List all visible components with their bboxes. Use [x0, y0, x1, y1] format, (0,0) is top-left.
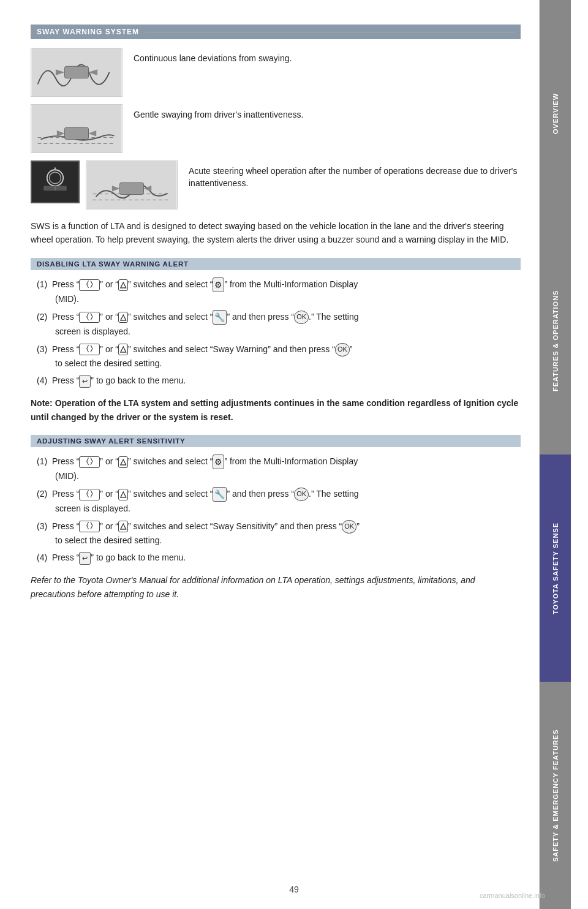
ok-icon-a3: OK: [342, 520, 356, 534]
step-d3-sub: to select the desired setting.: [37, 356, 521, 370]
page-number: 49: [289, 884, 299, 894]
lr-arrows-icon-3: 〈〉: [79, 344, 100, 355]
page-container: SWAY WARNING SYSTEM Continuous lane dev: [0, 0, 588, 909]
lr-arrows-icon: 〈〉: [79, 279, 100, 291]
sidebar-tab-overview: OVERVIEW: [540, 0, 571, 227]
step-d2: (2) Press “〈〉” or “△” switches and selec…: [31, 310, 521, 339]
step-d1: (1) Press “〈〉” or “△” switches and selec…: [31, 277, 521, 306]
step-a4: (4) Press “↩” to go back to the menu.: [31, 551, 521, 565]
up-arrows-icon-a3: △: [118, 521, 128, 532]
lr-arrows-icon-a2: 〈〉: [79, 489, 100, 500]
sway-icon-1: [31, 48, 123, 97]
gear-icon-a1: ⚙: [213, 455, 224, 469]
back-icon: ↩: [79, 375, 91, 388]
ok-icon: OK: [294, 311, 309, 324]
step-a2-sub: screen is displayed.: [37, 502, 521, 515]
lr-arrows-icon-a1: 〈〉: [79, 456, 100, 468]
step-d4: (4) Press “↩” to go back to the menu.: [31, 374, 521, 388]
step-d1-sub: (MID).: [37, 292, 521, 306]
up-arrows-icon-2: △: [118, 312, 128, 323]
step-d2-sub: screen is displayed.: [37, 325, 521, 338]
sway-text-3: Acute steering wheel operation after the…: [189, 160, 521, 189]
svg-rect-7: [65, 127, 89, 140]
right-sidebar: OVERVIEW FEATURES & OPERATIONS TOYOTA SA…: [539, 0, 571, 909]
lr-arrows-icon-2: 〈〉: [79, 312, 100, 323]
sway-icon-2: [31, 104, 123, 153]
sidebar-tab-toyota: TOYOTA SAFETY SENSE: [540, 455, 571, 682]
gear-icon: ⚙: [213, 277, 224, 292]
sway-images-section: Continuous lane deviations from swaying.: [31, 48, 521, 209]
watermark: carmanualsonline.info: [480, 892, 545, 899]
up-arrows-icon-a1: △: [118, 456, 128, 468]
step-a3-sub: to select the desired setting.: [37, 534, 521, 547]
up-arrows-icon: △: [118, 279, 128, 291]
disabling-header: DISABLING LTA SWAY WARNING ALERT: [31, 258, 521, 270]
sway-text-1: Continuous lane deviations from swaying.: [134, 48, 292, 65]
adjusting-header: ADJUSTING SWAY ALERT SENSITIVITY: [31, 435, 521, 447]
sidebar-tab-features: FEATURES & OPERATIONS: [540, 227, 571, 455]
sway-icon-3: [86, 160, 178, 209]
lr-arrows-icon-a3: 〈〉: [79, 521, 100, 532]
step-a2: (2) Press “〈〉” or “△” switches and selec…: [31, 487, 521, 516]
sway-warning-header: SWAY WARNING SYSTEM: [31, 25, 521, 39]
up-arrows-icon-3: △: [118, 344, 128, 355]
ok-icon-2: OK: [335, 343, 350, 356]
note-box: Note: Operation of the LTA system and se…: [31, 396, 521, 424]
svg-rect-19: [120, 183, 144, 195]
main-content: SWAY WARNING SYSTEM Continuous lane dev: [0, 0, 539, 909]
sway-icon-small-black: [31, 160, 80, 203]
step-a1: (1) Press “〈〉” or “△” switches and selec…: [31, 455, 521, 483]
disabling-steps: (1) Press “〈〉” or “△” switches and selec…: [31, 277, 521, 388]
sidebar-tab-emergency: SAFETY & EMERGENCY FEATURES: [540, 682, 571, 909]
step-a1-sub: (MID).: [37, 469, 521, 483]
adjusting-steps: (1) Press “〈〉” or “△” switches and selec…: [31, 455, 521, 565]
sway-row-1: Continuous lane deviations from swaying.: [31, 48, 521, 97]
sway-row-2: Gentle swaying from driver's inattentive…: [31, 104, 521, 153]
step-a3: (3) Press “〈〉” or “△” switches and selec…: [31, 519, 521, 547]
back-icon-a4: ↩: [79, 552, 91, 565]
up-arrows-icon-a2: △: [118, 489, 128, 500]
sway-text-2: Gentle swaying from driver's inattentive…: [134, 104, 303, 121]
sway-row-3: Acute steering wheel operation after the…: [31, 160, 521, 209]
footer-italic: Refer to the Toyota Owner's Manual for a…: [31, 573, 521, 601]
ok-icon-a2: OK: [294, 488, 309, 501]
step-d3: (3) Press “〈〉” or “△” switches and selec…: [31, 342, 521, 370]
wrench-icon-a2: 🔧: [213, 487, 227, 502]
svg-rect-1: [65, 66, 89, 78]
sway-body-text: SWS is a function of LTA and is designed…: [31, 219, 521, 247]
wrench-icon: 🔧: [213, 310, 227, 325]
